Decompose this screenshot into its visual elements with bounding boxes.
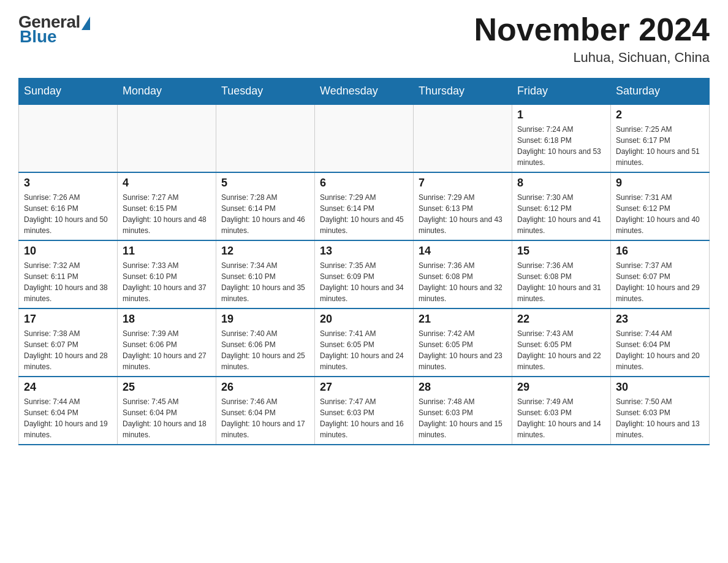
day-info: Sunrise: 7:26 AMSunset: 6:16 PMDaylight:… xyxy=(24,192,112,236)
weekday-sunday: Sunday xyxy=(19,79,118,105)
day-info: Sunrise: 7:38 AMSunset: 6:07 PMDaylight:… xyxy=(24,328,112,372)
calendar-cell: 23Sunrise: 7:44 AMSunset: 6:04 PMDayligh… xyxy=(611,308,710,377)
logo-blue-text: Blue xyxy=(20,27,57,47)
day-number: 26 xyxy=(221,381,309,394)
calendar-week-3: 10Sunrise: 7:32 AMSunset: 6:11 PMDayligh… xyxy=(19,240,710,308)
weekday-friday: Friday xyxy=(512,79,611,105)
calendar-week-4: 17Sunrise: 7:38 AMSunset: 6:07 PMDayligh… xyxy=(19,308,710,377)
day-info: Sunrise: 7:25 AMSunset: 6:17 PMDaylight:… xyxy=(616,124,704,168)
day-info: Sunrise: 7:36 AMSunset: 6:08 PMDaylight:… xyxy=(517,260,605,304)
day-number: 23 xyxy=(616,313,704,326)
calendar-week-1: 1Sunrise: 7:24 AMSunset: 6:18 PMDaylight… xyxy=(19,104,710,172)
day-info: Sunrise: 7:37 AMSunset: 6:07 PMDaylight:… xyxy=(616,260,704,304)
day-number: 24 xyxy=(24,381,112,394)
day-number: 6 xyxy=(320,177,408,190)
location: Luhua, Sichuan, China xyxy=(474,50,710,66)
calendar-header: SundayMondayTuesdayWednesdayThursdayFrid… xyxy=(19,79,710,105)
day-info: Sunrise: 7:48 AMSunset: 6:03 PMDaylight:… xyxy=(419,396,507,440)
calendar-cell: 21Sunrise: 7:42 AMSunset: 6:05 PMDayligh… xyxy=(414,308,512,377)
day-info: Sunrise: 7:47 AMSunset: 6:03 PMDaylight:… xyxy=(320,396,408,440)
page-header: General Blue November 2024 Luhua, Sichua… xyxy=(18,12,710,66)
day-number: 28 xyxy=(419,381,507,394)
calendar-cell: 5Sunrise: 7:28 AMSunset: 6:14 PMDaylight… xyxy=(216,172,315,240)
calendar-cell: 20Sunrise: 7:41 AMSunset: 6:05 PMDayligh… xyxy=(315,308,414,377)
day-info: Sunrise: 7:31 AMSunset: 6:12 PMDaylight:… xyxy=(616,192,704,236)
day-number: 29 xyxy=(517,381,605,394)
day-info: Sunrise: 7:40 AMSunset: 6:06 PMDaylight:… xyxy=(221,328,309,372)
weekday-tuesday: Tuesday xyxy=(216,79,315,105)
calendar-cell: 14Sunrise: 7:36 AMSunset: 6:08 PMDayligh… xyxy=(414,240,512,308)
logo-triangle-icon xyxy=(82,17,90,30)
day-number: 11 xyxy=(123,245,211,258)
day-info: Sunrise: 7:34 AMSunset: 6:10 PMDaylight:… xyxy=(221,260,309,304)
calendar-cell: 22Sunrise: 7:43 AMSunset: 6:05 PMDayligh… xyxy=(512,308,611,377)
day-info: Sunrise: 7:46 AMSunset: 6:04 PMDaylight:… xyxy=(221,396,309,440)
day-number: 12 xyxy=(221,245,309,258)
calendar-cell: 2Sunrise: 7:25 AMSunset: 6:17 PMDaylight… xyxy=(611,104,710,172)
day-info: Sunrise: 7:39 AMSunset: 6:06 PMDaylight:… xyxy=(123,328,211,372)
day-info: Sunrise: 7:28 AMSunset: 6:14 PMDaylight:… xyxy=(221,192,309,236)
calendar-cell: 28Sunrise: 7:48 AMSunset: 6:03 PMDayligh… xyxy=(414,377,512,445)
day-info: Sunrise: 7:45 AMSunset: 6:04 PMDaylight:… xyxy=(123,396,211,440)
day-number: 7 xyxy=(419,177,507,190)
logo: General Blue xyxy=(18,12,90,47)
day-number: 27 xyxy=(320,381,408,394)
calendar-cell: 4Sunrise: 7:27 AMSunset: 6:15 PMDaylight… xyxy=(118,172,216,240)
calendar-cell: 9Sunrise: 7:31 AMSunset: 6:12 PMDaylight… xyxy=(611,172,710,240)
day-number: 14 xyxy=(419,245,507,258)
day-info: Sunrise: 7:44 AMSunset: 6:04 PMDaylight:… xyxy=(24,396,112,440)
day-number: 16 xyxy=(616,245,704,258)
day-info: Sunrise: 7:49 AMSunset: 6:03 PMDaylight:… xyxy=(517,396,605,440)
calendar-cell: 29Sunrise: 7:49 AMSunset: 6:03 PMDayligh… xyxy=(512,377,611,445)
day-number: 19 xyxy=(221,313,309,326)
calendar-cell: 3Sunrise: 7:26 AMSunset: 6:16 PMDaylight… xyxy=(19,172,118,240)
day-number: 20 xyxy=(320,313,408,326)
day-info: Sunrise: 7:29 AMSunset: 6:13 PMDaylight:… xyxy=(419,192,507,236)
day-info: Sunrise: 7:29 AMSunset: 6:14 PMDaylight:… xyxy=(320,192,408,236)
calendar-week-5: 24Sunrise: 7:44 AMSunset: 6:04 PMDayligh… xyxy=(19,377,710,445)
day-number: 1 xyxy=(517,109,605,121)
calendar-cell: 13Sunrise: 7:35 AMSunset: 6:09 PMDayligh… xyxy=(315,240,414,308)
calendar-cell: 15Sunrise: 7:36 AMSunset: 6:08 PMDayligh… xyxy=(512,240,611,308)
calendar-cell xyxy=(315,104,414,172)
calendar-cell: 27Sunrise: 7:47 AMSunset: 6:03 PMDayligh… xyxy=(315,377,414,445)
month-title: November 2024 xyxy=(474,12,710,47)
calendar-cell: 25Sunrise: 7:45 AMSunset: 6:04 PMDayligh… xyxy=(118,377,216,445)
day-number: 2 xyxy=(616,109,704,121)
calendar-cell: 10Sunrise: 7:32 AMSunset: 6:11 PMDayligh… xyxy=(19,240,118,308)
calendar-cell: 17Sunrise: 7:38 AMSunset: 6:07 PMDayligh… xyxy=(19,308,118,377)
day-number: 13 xyxy=(320,245,408,258)
weekday-header-row: SundayMondayTuesdayWednesdayThursdayFrid… xyxy=(19,79,710,105)
calendar-cell: 26Sunrise: 7:46 AMSunset: 6:04 PMDayligh… xyxy=(216,377,315,445)
day-number: 3 xyxy=(24,177,112,190)
day-number: 17 xyxy=(24,313,112,326)
calendar-cell: 11Sunrise: 7:33 AMSunset: 6:10 PMDayligh… xyxy=(118,240,216,308)
day-info: Sunrise: 7:41 AMSunset: 6:05 PMDaylight:… xyxy=(320,328,408,372)
day-info: Sunrise: 7:24 AMSunset: 6:18 PMDaylight:… xyxy=(517,124,605,168)
day-info: Sunrise: 7:33 AMSunset: 6:10 PMDaylight:… xyxy=(123,260,211,304)
day-number: 18 xyxy=(123,313,211,326)
calendar-cell xyxy=(19,104,118,172)
day-info: Sunrise: 7:36 AMSunset: 6:08 PMDaylight:… xyxy=(419,260,507,304)
day-number: 9 xyxy=(616,177,704,190)
day-info: Sunrise: 7:35 AMSunset: 6:09 PMDaylight:… xyxy=(320,260,408,304)
day-number: 5 xyxy=(221,177,309,190)
day-number: 22 xyxy=(517,313,605,326)
day-number: 15 xyxy=(517,245,605,258)
day-info: Sunrise: 7:42 AMSunset: 6:05 PMDaylight:… xyxy=(419,328,507,372)
day-number: 30 xyxy=(616,381,704,394)
weekday-wednesday: Wednesday xyxy=(315,79,414,105)
day-info: Sunrise: 7:44 AMSunset: 6:04 PMDaylight:… xyxy=(616,328,704,372)
calendar-cell: 24Sunrise: 7:44 AMSunset: 6:04 PMDayligh… xyxy=(19,377,118,445)
calendar-table: SundayMondayTuesdayWednesdayThursdayFrid… xyxy=(18,78,710,445)
calendar-cell: 18Sunrise: 7:39 AMSunset: 6:06 PMDayligh… xyxy=(118,308,216,377)
calendar-week-2: 3Sunrise: 7:26 AMSunset: 6:16 PMDaylight… xyxy=(19,172,710,240)
calendar-cell: 16Sunrise: 7:37 AMSunset: 6:07 PMDayligh… xyxy=(611,240,710,308)
day-number: 8 xyxy=(517,177,605,190)
weekday-thursday: Thursday xyxy=(414,79,512,105)
calendar-cell: 1Sunrise: 7:24 AMSunset: 6:18 PMDaylight… xyxy=(512,104,611,172)
calendar-cell xyxy=(216,104,315,172)
day-number: 10 xyxy=(24,245,112,258)
calendar-body: 1Sunrise: 7:24 AMSunset: 6:18 PMDaylight… xyxy=(19,104,710,445)
day-info: Sunrise: 7:27 AMSunset: 6:15 PMDaylight:… xyxy=(123,192,211,236)
